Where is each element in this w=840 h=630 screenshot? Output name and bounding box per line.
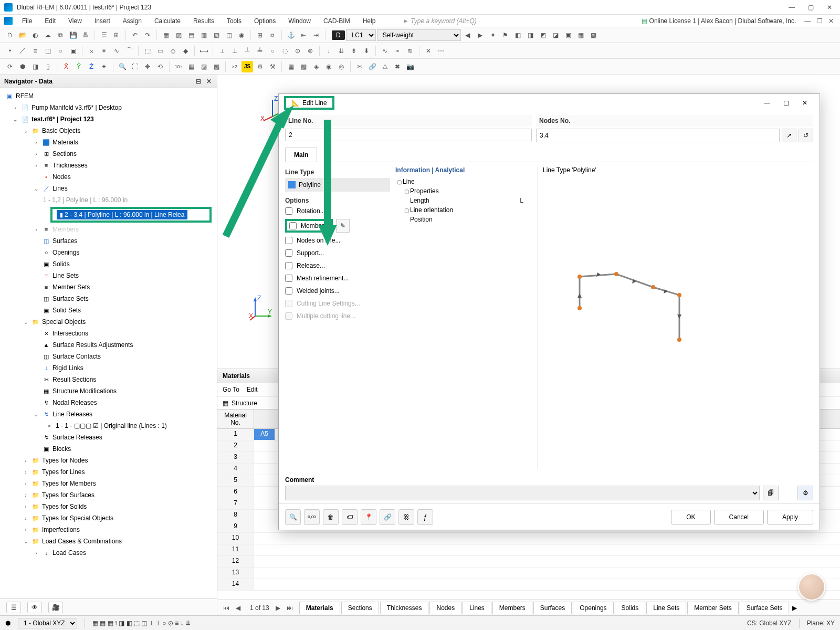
cs-xyz-icon[interactable]: ✦ xyxy=(98,61,110,72)
print-icon[interactable]: 🖶 xyxy=(80,29,91,41)
surf3-icon[interactable]: ◩ xyxy=(538,29,549,41)
nav-sra[interactable]: Surface Results Adjustments xyxy=(52,341,133,349)
menu-calculate[interactable]: Calculate xyxy=(149,16,186,26)
apply-button[interactable]: Apply xyxy=(767,510,813,524)
script-icon[interactable]: ⚙ xyxy=(254,61,266,72)
cs-y-icon[interactable]: Ŷ xyxy=(73,61,85,72)
copy-icon[interactable]: ⧉ xyxy=(55,29,66,41)
maximize-button[interactable]: ▢ xyxy=(804,4,817,11)
nav-tm[interactable]: Types for Members xyxy=(42,480,96,487)
opt-support[interactable]: Support... xyxy=(285,248,390,258)
app-menu-icon[interactable] xyxy=(4,17,13,25)
select-icon[interactable]: ⬚ xyxy=(142,45,153,57)
assistant-avatar-icon[interactable] xyxy=(798,573,825,601)
surf5-icon[interactable]: ▣ xyxy=(563,29,574,41)
close-button[interactable]: ✕ xyxy=(823,4,836,11)
new-icon[interactable]: 🗋 xyxy=(4,29,16,41)
surf7-icon[interactable]: ▩ xyxy=(588,29,600,41)
window-close-inner[interactable]: ✕ xyxy=(826,17,836,25)
navigator-tree[interactable]: ▣RFEM ›📄Pump Manifold v3.rf6* | Desktop … xyxy=(0,88,217,598)
opt-release[interactable]: Release... xyxy=(285,261,390,270)
tabs-scroll-right-icon[interactable]: ▶ xyxy=(792,604,797,612)
dialog-close-button[interactable]: ✕ xyxy=(795,96,814,110)
pick-nodes-icon[interactable]: ↗ xyxy=(782,129,796,142)
minimize-button[interactable]: — xyxy=(785,4,798,11)
iso-icon[interactable]: ◨ xyxy=(29,61,41,72)
support-a-icon[interactable]: ⟂ xyxy=(216,45,228,57)
lc-name-select[interactable]: Self-weight xyxy=(377,29,461,41)
btab-surfaces[interactable]: Surfaces xyxy=(533,602,572,614)
status-cs-select[interactable]: 1 - Global XYZ xyxy=(18,618,77,628)
rotate-icon[interactable]: ⟲ xyxy=(154,61,166,72)
materials-edit[interactable]: Edit xyxy=(247,386,258,393)
nav-sm[interactable]: Structure Modifications xyxy=(52,387,117,395)
nav-lr-item[interactable]: 1 - 1 - ▢▢▢ ☑ | Original line (Lines : 1… xyxy=(56,422,167,429)
show-b-icon[interactable]: ▨ xyxy=(198,61,209,72)
link-icon[interactable]: 🔗 xyxy=(366,61,378,72)
hinge-b-icon[interactable]: ◌ xyxy=(279,45,291,57)
opt-member[interactable]: Member... xyxy=(289,222,329,229)
load-left-icon[interactable]: ⇤ xyxy=(298,29,309,41)
nav-tsp[interactable]: Types for Special Objects xyxy=(42,514,113,522)
nav-materials[interactable]: Materials xyxy=(52,139,78,146)
nav-tl[interactable]: Types for Lines xyxy=(42,468,85,476)
load-d-icon[interactable]: ⬇ xyxy=(361,45,372,57)
foot-fn-icon[interactable]: ƒ xyxy=(417,509,433,525)
table-row[interactable]: 5 xyxy=(217,475,254,486)
table-row[interactable]: 4 xyxy=(217,464,254,475)
table-row[interactable]: 12 xyxy=(217,556,254,567)
comment-select[interactable] xyxy=(285,486,760,500)
hinge-d-icon[interactable]: ⊚ xyxy=(304,45,316,57)
mesh-a-icon[interactable]: ▦ xyxy=(285,61,297,72)
grid-d-icon[interactable]: ▥ xyxy=(198,29,209,41)
btab-materials[interactable]: Materials xyxy=(299,602,340,614)
nav-lcc-child[interactable]: Load Cases xyxy=(52,549,86,556)
window-minimize-inner[interactable]: — xyxy=(802,17,813,25)
more-icon[interactable]: ⋯ xyxy=(435,45,447,57)
foot-link-icon[interactable]: 🔗 xyxy=(380,509,395,525)
surf6-icon[interactable]: ▦ xyxy=(575,29,587,41)
surface-tool-icon[interactable]: ◫ xyxy=(42,45,54,57)
navigator-pin-icon[interactable]: ⊟ xyxy=(195,78,202,85)
nav-lcc[interactable]: Load Cases & Combinations xyxy=(42,538,122,545)
show-c-icon[interactable]: ▩ xyxy=(211,61,222,72)
nav-openings[interactable]: Openings xyxy=(52,249,79,256)
menu-assign[interactable]: Assign xyxy=(118,16,147,26)
delete2-icon[interactable]: ✖ xyxy=(392,61,403,72)
ortho-icon[interactable]: ⊞ xyxy=(254,29,266,41)
nav-lines[interactable]: Lines xyxy=(52,185,68,192)
btab-surfacesets[interactable]: Surface Sets xyxy=(740,602,790,614)
nav-members[interactable]: Members xyxy=(52,226,79,233)
front-icon[interactable]: ▯ xyxy=(42,61,54,72)
line-type-box[interactable]: Polyline xyxy=(285,178,390,192)
select2-icon[interactable]: ▭ xyxy=(154,45,166,57)
foot-tag-icon[interactable]: 🏷 xyxy=(342,509,358,525)
btab-solids[interactable]: Solids xyxy=(615,602,646,614)
table-row[interactable]: 6 xyxy=(217,487,254,498)
camera-icon[interactable]: 📷 xyxy=(404,61,416,72)
misc-c-icon[interactable]: ≋ xyxy=(404,45,416,57)
tabs-prev-icon[interactable]: ◀ xyxy=(234,603,243,613)
solid-tool-icon[interactable]: ▣ xyxy=(67,45,79,57)
btab-lines[interactable]: Lines xyxy=(463,602,491,614)
opt-rotation[interactable]: Rotation... xyxy=(285,206,390,216)
table-row[interactable]: 10 xyxy=(217,533,254,544)
grid-c-icon[interactable]: ▤ xyxy=(185,29,197,41)
misc-b-icon[interactable]: ≈ xyxy=(392,45,403,57)
btab-thicknesses[interactable]: Thicknesses xyxy=(380,602,429,614)
nav-tab-data-icon[interactable]: ☰ xyxy=(6,602,21,613)
menu-window[interactable]: Window xyxy=(283,16,316,26)
star-icon[interactable]: ✦ xyxy=(487,29,499,41)
nav-membersets[interactable]: Member Sets xyxy=(52,284,90,291)
doc-icon[interactable]: 🗎 xyxy=(111,29,122,41)
menu-edit[interactable]: Edit xyxy=(39,16,61,26)
support-c-icon[interactable]: ┴ xyxy=(242,45,253,57)
x-line-icon[interactable]: ⨉ xyxy=(86,45,97,57)
cancel-button[interactable]: Cancel xyxy=(714,510,764,524)
nav-sections[interactable]: Sections xyxy=(52,150,77,158)
nav-tab-camera-icon[interactable]: 🎥 xyxy=(48,602,63,613)
nav-blocks[interactable]: Blocks xyxy=(52,445,71,453)
cut-icon[interactable]: ✂ xyxy=(354,61,365,72)
foot-trash-icon[interactable]: 🗑 xyxy=(323,509,339,525)
flag-icon[interactable]: ⚑ xyxy=(500,29,511,41)
